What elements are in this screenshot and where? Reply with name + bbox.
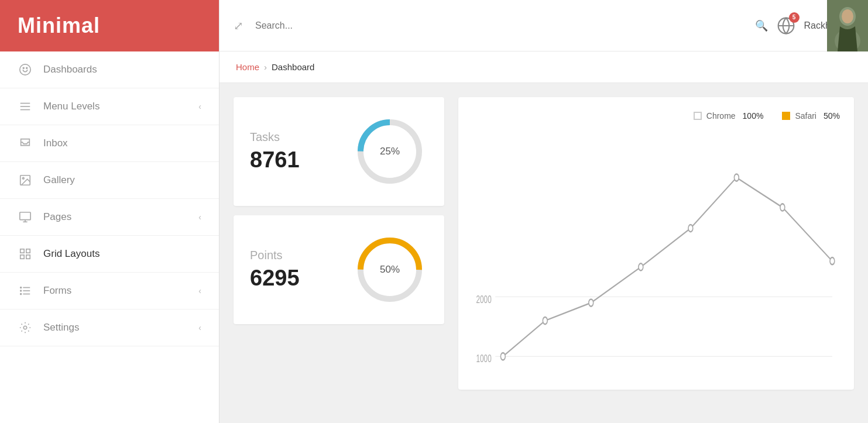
- svg-point-42: [830, 257, 835, 264]
- legend-chrome: Chrome 100%: [694, 111, 764, 121]
- search-input[interactable]: [255, 20, 750, 31]
- safari-label: Safari: [795, 111, 816, 121]
- svg-rect-13: [20, 255, 24, 259]
- svg-point-1: [23, 67, 24, 68]
- menu-icon: [18, 99, 33, 114]
- sidebar-item-inbox[interactable]: Inbox: [0, 125, 219, 162]
- search-icon[interactable]: 🔍: [755, 19, 768, 32]
- main-area: ⤢ 🔍 5 Rackham ▼: [219, 0, 868, 423]
- inbox-icon: [18, 136, 33, 151]
- safari-swatch: [782, 112, 790, 120]
- breadcrumb-home-link[interactable]: Home: [236, 62, 259, 72]
- svg-point-39: [688, 225, 693, 232]
- sidebar-item-pages[interactable]: Pages ‹: [0, 199, 219, 236]
- sidebar-grid-layouts-label: Grid Layouts: [43, 248, 201, 260]
- monitor-icon: [18, 209, 33, 225]
- svg-point-36: [543, 317, 547, 324]
- svg-point-20: [20, 294, 22, 295]
- sidebar-nav: Dashboards Menu Levels ‹ Inbox: [0, 51, 219, 423]
- svg-point-0: [20, 64, 30, 75]
- breadcrumb-separator: ›: [264, 62, 267, 72]
- points-label: Points: [250, 249, 300, 262]
- sidebar-settings-label: Settings: [43, 322, 198, 333]
- svg-rect-11: [20, 249, 24, 253]
- list-icon: [18, 283, 33, 298]
- safari-percent: 50%: [824, 111, 840, 121]
- tasks-label: Tasks: [250, 130, 300, 144]
- chrome-percent: 100%: [743, 111, 764, 121]
- tasks-value: 8761: [250, 147, 300, 173]
- svg-point-21: [23, 326, 27, 329]
- sidebar-gallery-label: Gallery: [43, 174, 201, 186]
- svg-point-35: [500, 353, 505, 360]
- sidebar-item-forms[interactable]: Forms ‹: [0, 273, 219, 309]
- brand-name: Minimal: [18, 13, 100, 38]
- expand-icon[interactable]: ⤢: [234, 19, 243, 33]
- svg-rect-12: [26, 249, 30, 253]
- chrome-swatch: [694, 112, 702, 120]
- forms-arrow-icon: ‹: [198, 286, 201, 295]
- gallery-icon: [18, 173, 33, 188]
- sidebar-menu-levels-label: Menu Levels: [43, 101, 198, 112]
- svg-point-38: [639, 263, 643, 270]
- line-chart-panel: Chrome 100% Safari 50% 2000 1000: [458, 97, 854, 390]
- palette-icon: [18, 62, 33, 77]
- left-column: Tasks 8761 25%: [234, 97, 444, 390]
- sidebar-item-grid-layouts[interactable]: Grid Layouts: [0, 236, 219, 273]
- sidebar-header: Minimal: [0, 0, 219, 51]
- chart-legend: Chrome 100% Safari 50%: [472, 111, 840, 121]
- breadcrumb: Home › Dashboard: [219, 51, 868, 83]
- chrome-label: Chrome: [706, 111, 736, 121]
- sidebar-item-dashboards[interactable]: Dashboards: [0, 51, 219, 88]
- tasks-donut: 25%: [352, 114, 428, 190]
- settings-arrow-icon: ‹: [198, 323, 201, 332]
- tasks-percent-label: 25%: [380, 146, 400, 157]
- sidebar-dashboards-label: Dashboards: [43, 64, 201, 75]
- svg-point-41: [780, 204, 785, 211]
- pages-arrow-icon: ‹: [198, 212, 201, 222]
- legend-safari: Safari 50%: [782, 111, 840, 121]
- svg-point-37: [589, 299, 593, 306]
- svg-point-7: [22, 177, 24, 179]
- points-info: Points 6295: [250, 249, 300, 291]
- svg-point-19: [20, 290, 22, 291]
- svg-point-40: [734, 174, 739, 181]
- sidebar-pages-label: Pages: [43, 211, 198, 223]
- sidebar-item-settings[interactable]: Settings ‹: [0, 309, 219, 346]
- dashboard-cards: Tasks 8761 25%: [219, 83, 868, 404]
- search-box: 🔍: [255, 19, 768, 32]
- points-value: 6295: [250, 266, 300, 291]
- grid-icon: [18, 246, 33, 262]
- menu-levels-arrow-icon: ‹: [198, 102, 201, 111]
- sidebar: Minimal Dashboards Menu Levels ‹: [0, 0, 219, 423]
- avatar: [827, 0, 868, 51]
- svg-point-2: [26, 67, 28, 68]
- line-chart: 2000 1000: [472, 130, 840, 380]
- content-area: Home › Dashboard Tasks 8761: [219, 51, 868, 423]
- sidebar-item-gallery[interactable]: Gallery: [0, 162, 219, 199]
- svg-text:1000: 1000: [476, 353, 492, 364]
- svg-point-18: [20, 287, 22, 288]
- gear-icon: [18, 320, 33, 335]
- sidebar-item-menu-levels[interactable]: Menu Levels ‹: [0, 88, 219, 125]
- tasks-card: Tasks 8761 25%: [234, 97, 444, 206]
- points-percent-label: 50%: [380, 264, 400, 276]
- points-donut: 50%: [352, 232, 428, 308]
- svg-text:2000: 2000: [476, 293, 492, 305]
- tasks-info: Tasks 8761: [250, 130, 300, 173]
- sidebar-inbox-label: Inbox: [43, 137, 201, 149]
- points-card: Points 6295 50%: [234, 215, 444, 324]
- svg-rect-14: [26, 255, 30, 259]
- svg-rect-8: [20, 212, 30, 220]
- svg-point-26: [842, 9, 853, 23]
- topbar: ⤢ 🔍 5 Rackham ▼: [219, 0, 868, 51]
- sidebar-forms-label: Forms: [43, 285, 198, 297]
- notification-badge: 5: [789, 12, 800, 23]
- globe-button[interactable]: 5: [775, 15, 797, 37]
- breadcrumb-current: Dashboard: [272, 62, 314, 72]
